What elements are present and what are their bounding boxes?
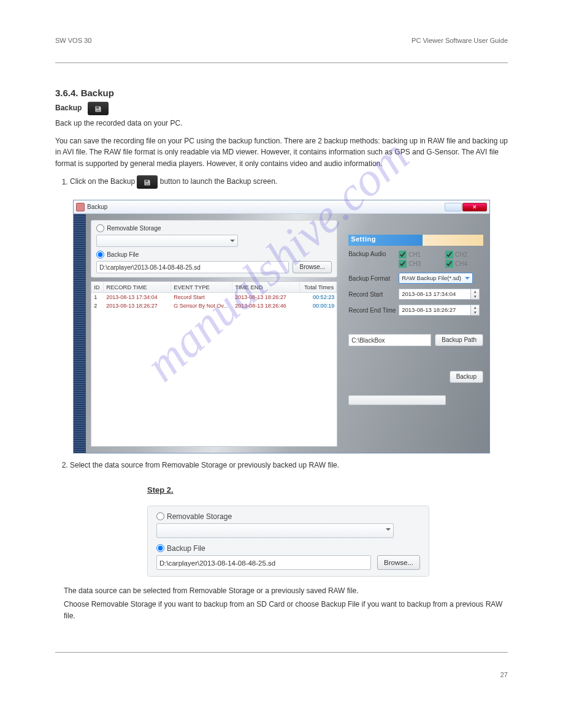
table-row[interactable]: 1 2013-08-13 17:34:04 Record Start 2013-… xyxy=(91,293,337,301)
window-title: Backup xyxy=(87,203,107,210)
step2-heading: Step 2. xyxy=(147,485,508,495)
header-left: SW VOS 30 xyxy=(55,37,91,44)
col-total-times[interactable]: Total Times xyxy=(300,282,337,292)
app-icon xyxy=(76,203,85,211)
backup-audio-label: Backup Audio xyxy=(348,251,399,257)
settings-header: Setting xyxy=(348,235,483,246)
backup-btn-label: Backup xyxy=(55,104,82,112)
backup-file-label: Backup File xyxy=(167,544,205,553)
browse-button[interactable]: Browse... xyxy=(293,261,332,273)
section-title-backup: 3.6.4. Backup xyxy=(55,88,508,98)
backup-file-radio[interactable] xyxy=(156,544,164,552)
backup-button[interactable]: Backup xyxy=(450,371,483,383)
step2-p2: Choose Removable Storage if you want to … xyxy=(64,599,508,621)
close-button[interactable] xyxy=(462,203,487,211)
source-panel-zoom: Removable Storage Backup File D:\carplay… xyxy=(147,506,429,577)
backup-format-select[interactable]: RAW Backup File(*.sd) xyxy=(399,273,473,284)
removable-storage-label: Removable Storage xyxy=(107,225,161,232)
ch3-checkbox[interactable] xyxy=(399,260,407,268)
record-start-label: Record Start xyxy=(348,291,399,298)
ch4-checkbox[interactable] xyxy=(445,260,453,268)
page-header: SW VOS 30 PC Viewer Software User Guide xyxy=(55,37,508,44)
backup-format-label: Backup Format xyxy=(348,275,399,282)
record-start-input[interactable]: 2013-08-13 17:34:04 xyxy=(399,289,471,300)
ch2-checkbox[interactable] xyxy=(445,251,453,259)
record-end-input[interactable]: 2013-08-13 18:26:27 xyxy=(399,305,471,316)
backup-intro: Back up the recorded data on your PC. xyxy=(55,118,508,129)
backup-path-input[interactable]: C:\BlackBox xyxy=(348,334,431,346)
svg-rect-0 xyxy=(96,107,99,108)
removable-storage-combo[interactable] xyxy=(156,523,394,538)
header-right: PC Viewer Software User Guide xyxy=(412,37,508,44)
floppy-icon xyxy=(88,102,109,115)
record-table: ID RECORD TIME EVENT TYPE TIME END Total… xyxy=(91,281,337,447)
steps-list: Click on the Backup button to launch the… xyxy=(70,175,508,189)
record-start-spinner[interactable]: ▲▼ xyxy=(471,289,480,300)
backup-file-label: Backup File xyxy=(107,251,139,258)
backup-progress xyxy=(348,395,445,405)
backup-window: Backup Removable Storage xyxy=(73,200,490,453)
svg-rect-2 xyxy=(145,180,148,182)
steps-list-2: Select the data source from Removable St… xyxy=(70,460,508,471)
backup-file-path-input[interactable]: D:\carplayer\2013-08-14-08-48-25.sd xyxy=(96,261,289,273)
minimize-button[interactable] xyxy=(445,203,462,211)
page-number: 27 xyxy=(500,671,508,678)
ch1-checkbox[interactable] xyxy=(399,251,407,259)
record-end-label: Record End Time xyxy=(348,307,399,314)
removable-storage-combo[interactable] xyxy=(96,235,237,247)
browse-button[interactable]: Browse... xyxy=(377,555,420,570)
window-sidebar xyxy=(74,214,86,453)
step-2: Select the data source from Removable St… xyxy=(70,460,508,471)
backup-file-radio[interactable] xyxy=(96,251,104,259)
col-id[interactable]: ID xyxy=(91,282,104,292)
svg-rect-3 xyxy=(145,183,149,185)
footer-rule xyxy=(55,652,508,653)
col-record-time[interactable]: RECORD TIME xyxy=(104,282,171,292)
svg-rect-1 xyxy=(96,110,100,112)
floppy-icon xyxy=(137,175,158,189)
titlebar[interactable]: Backup xyxy=(74,200,489,214)
removable-storage-radio[interactable] xyxy=(96,224,104,232)
backup-label-row: Backup xyxy=(55,102,508,115)
removable-storage-radio[interactable] xyxy=(156,512,164,520)
backup-explain: You can save the recording file on your … xyxy=(55,135,508,170)
page-footer: 27 xyxy=(55,671,508,678)
col-time-end[interactable]: TIME END xyxy=(232,282,300,292)
table-row[interactable]: 2 2013-08-13 18:26:27 G Sensor By Not Ov… xyxy=(91,301,337,310)
header-rule xyxy=(55,63,508,63)
step-1: Click on the Backup button to launch the… xyxy=(70,175,508,189)
backup-path-button[interactable]: Backup Path xyxy=(435,334,483,346)
record-end-spinner[interactable]: ▲▼ xyxy=(471,305,480,316)
removable-storage-label: Removable Storage xyxy=(167,512,232,521)
backup-file-path-input[interactable]: D:\carplayer\2013-08-14-08-48-25.sd xyxy=(156,555,371,570)
step2-p1: The data source can be selected from Rem… xyxy=(64,585,508,597)
source-group: Removable Storage Backup File D:\carplay… xyxy=(91,220,337,278)
col-event-type[interactable]: EVENT TYPE xyxy=(171,282,232,292)
